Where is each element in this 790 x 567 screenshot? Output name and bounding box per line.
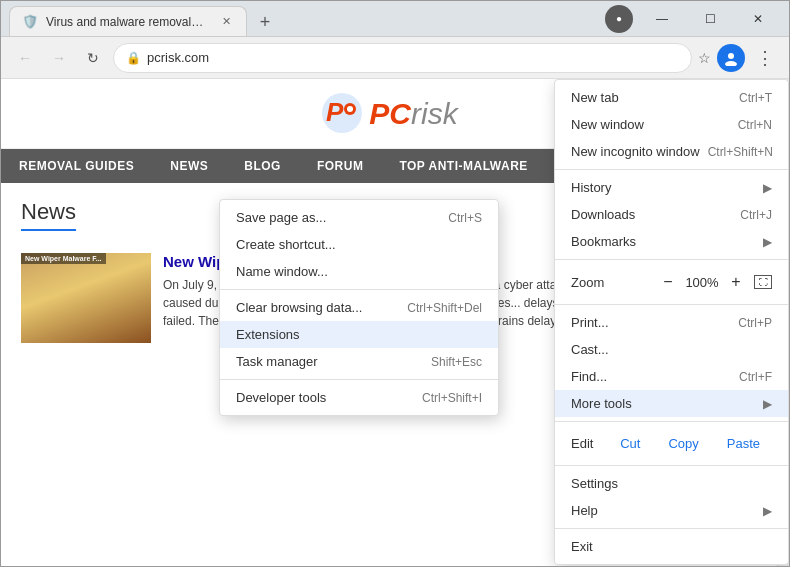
nav-blog[interactable]: BLOG	[226, 149, 299, 183]
chrome-menu-button[interactable]: ⋮	[751, 44, 779, 72]
extensions-label: Extensions	[236, 327, 300, 342]
chrome-icon: ●	[605, 5, 633, 33]
cast-item[interactable]: Cast...	[555, 336, 788, 363]
downloads-shortcut: Ctrl+J	[740, 208, 772, 222]
tab-close-button[interactable]: ✕	[218, 14, 234, 30]
thumb-label: New Wiper Malware F...	[21, 253, 106, 264]
back-button[interactable]: ←	[11, 44, 39, 72]
logo: P PC risk	[320, 91, 457, 136]
chrome-main-menu: New tab Ctrl+T New window Ctrl+N New inc…	[554, 79, 789, 565]
edit-label: Edit	[571, 436, 593, 451]
history-label: History	[571, 180, 611, 195]
copy-button[interactable]: Copy	[656, 432, 710, 455]
nav-forum[interactable]: FORUM	[299, 149, 382, 183]
lock-icon: 🔒	[126, 51, 141, 65]
clear-browsing-data-label: Clear browsing data...	[236, 300, 362, 315]
print-item[interactable]: Print... Ctrl+P	[555, 309, 788, 336]
bookmark-star-button[interactable]: ☆	[698, 50, 711, 66]
settings-label: Settings	[571, 476, 618, 491]
new-tab-button[interactable]: +	[251, 8, 279, 36]
save-page-as-item[interactable]: Save page as... Ctrl+S	[220, 204, 498, 231]
create-shortcut-label: Create shortcut...	[236, 237, 336, 252]
logo-text: PC risk	[369, 97, 457, 131]
chrome-divider5	[555, 465, 788, 466]
history-item[interactable]: History ▶	[555, 174, 788, 201]
create-shortcut-item[interactable]: Create shortcut...	[220, 231, 498, 258]
zoom-row: Zoom − 100% + ⛶	[555, 264, 788, 300]
cut-button[interactable]: Cut	[608, 432, 652, 455]
nav-removal-guides[interactable]: REMOVAL GUIDES	[1, 149, 152, 183]
logo-risk: risk	[411, 97, 458, 131]
nav-news[interactable]: NEWS	[152, 149, 226, 183]
refresh-button[interactable]: ↻	[79, 44, 107, 72]
bookmarks-label: Bookmarks	[571, 234, 636, 249]
nav-top-anti-malware[interactable]: TOP ANTI-MALWARE	[381, 149, 545, 183]
svg-point-1	[725, 61, 737, 66]
url-bar[interactable]: 🔒 pcrisk.com	[113, 43, 692, 73]
svg-text:P: P	[326, 97, 344, 127]
task-manager-item[interactable]: Task manager Shift+Esc	[220, 348, 498, 375]
content-area: P PC risk REMOVAL GUIDES NEWS BLOG FORUM…	[1, 79, 789, 566]
logo-icon: P	[320, 91, 365, 136]
zoom-value: 100%	[682, 275, 722, 290]
active-tab[interactable]: 🛡️ Virus and malware removal instr... ✕	[9, 6, 247, 36]
svg-point-5	[347, 106, 353, 112]
zoom-out-button[interactable]: −	[656, 270, 680, 294]
developer-tools-item[interactable]: Developer tools Ctrl+Shift+I	[220, 384, 498, 411]
window-controls: — ☐ ✕	[639, 3, 781, 35]
new-tab-shortcut: Ctrl+T	[739, 91, 772, 105]
find-shortcut: Ctrl+F	[739, 370, 772, 384]
new-window-item[interactable]: New window Ctrl+N	[555, 111, 788, 138]
profile-button[interactable]	[717, 44, 745, 72]
minimize-button[interactable]: —	[639, 3, 685, 35]
close-button[interactable]: ✕	[735, 3, 781, 35]
new-incognito-item[interactable]: New incognito window Ctrl+Shift+N	[555, 138, 788, 165]
submenu-divider2	[220, 379, 498, 380]
find-item[interactable]: Find... Ctrl+F	[555, 363, 788, 390]
history-arrow-icon: ▶	[763, 181, 772, 195]
submenu-divider1	[220, 289, 498, 290]
tab-favicon: 🛡️	[22, 14, 38, 29]
news-thumbnail: New Wiper Malware F...	[21, 253, 151, 343]
tab-title: Virus and malware removal instr...	[46, 15, 206, 29]
save-page-as-label: Save page as...	[236, 210, 326, 225]
new-window-label: New window	[571, 117, 644, 132]
more-tools-arrow-icon: ▶	[763, 397, 772, 411]
zoom-fullscreen-button[interactable]: ⛶	[754, 275, 772, 289]
zoom-in-button[interactable]: +	[724, 270, 748, 294]
paste-button[interactable]: Paste	[715, 432, 772, 455]
more-tools-item[interactable]: More tools ▶	[555, 390, 788, 417]
new-window-shortcut: Ctrl+N	[738, 118, 772, 132]
edit-row: Edit Cut Copy Paste	[555, 426, 788, 461]
print-shortcut: Ctrl+P	[738, 316, 772, 330]
more-tools-label: More tools	[571, 396, 632, 411]
tab-area: 🛡️ Virus and malware removal instr... ✕ …	[9, 1, 301, 36]
extensions-item[interactable]: Extensions	[220, 321, 498, 348]
chrome-divider4	[555, 421, 788, 422]
section-title: News	[21, 199, 76, 231]
task-manager-label: Task manager	[236, 354, 318, 369]
forward-button[interactable]: →	[45, 44, 73, 72]
new-tab-item[interactable]: New tab Ctrl+T	[555, 84, 788, 111]
maximize-button[interactable]: ☐	[687, 3, 733, 35]
browser-window: 🛡️ Virus and malware removal instr... ✕ …	[0, 0, 790, 567]
name-window-label: Name window...	[236, 264, 328, 279]
url-text: pcrisk.com	[147, 50, 679, 65]
help-item[interactable]: Help ▶	[555, 497, 788, 524]
new-incognito-shortcut: Ctrl+Shift+N	[708, 145, 773, 159]
downloads-item[interactable]: Downloads Ctrl+J	[555, 201, 788, 228]
exit-item[interactable]: Exit	[555, 533, 788, 560]
find-label: Find...	[571, 369, 607, 384]
bookmarks-item[interactable]: Bookmarks ▶	[555, 228, 788, 255]
print-label: Print...	[571, 315, 609, 330]
chrome-divider3	[555, 304, 788, 305]
chrome-divider6	[555, 528, 788, 529]
name-window-item[interactable]: Name window...	[220, 258, 498, 285]
clear-browsing-data-item[interactable]: Clear browsing data... Ctrl+Shift+Del	[220, 294, 498, 321]
bookmarks-arrow-icon: ▶	[763, 235, 772, 249]
zoom-label: Zoom	[571, 275, 604, 290]
settings-item[interactable]: Settings	[555, 470, 788, 497]
chrome-divider2	[555, 259, 788, 260]
cast-label: Cast...	[571, 342, 609, 357]
more-tools-submenu: Save page as... Ctrl+S Create shortcut..…	[219, 199, 499, 416]
